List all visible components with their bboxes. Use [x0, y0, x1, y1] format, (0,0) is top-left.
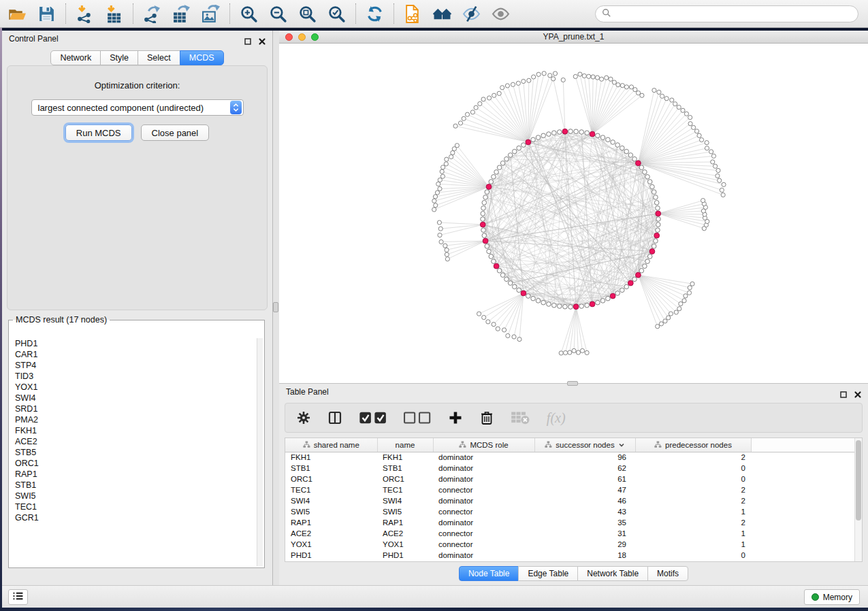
network-node — [497, 269, 502, 274]
tab-style[interactable]: Style — [100, 50, 138, 65]
table-row[interactable]: PHD1PHD1dominator180 — [285, 550, 862, 561]
table-row[interactable]: SWI5SWI5connector431 — [285, 506, 862, 517]
column-header-shared-name[interactable]: shared name — [285, 438, 377, 452]
network-node — [508, 281, 513, 286]
cell: 18 — [534, 550, 635, 561]
network-node — [483, 195, 488, 200]
leaf-node — [612, 80, 616, 84]
show-eye-icon[interactable] — [492, 5, 510, 23]
column-header-predecessor-nodes[interactable]: predecessor nodes — [635, 438, 751, 452]
vertical-splitter-handle[interactable] — [273, 302, 278, 312]
checked-pair-icon[interactable] — [359, 410, 387, 425]
close-panel-button[interactable]: Close panel — [141, 125, 210, 141]
table-row[interactable]: SWI4SWI4dominator462 — [285, 495, 862, 506]
run-mcds-button[interactable]: Run MCDS — [65, 125, 132, 141]
table-row[interactable]: RAP1RAP1dominator352 — [285, 517, 862, 528]
zoom-out-icon[interactable] — [269, 5, 287, 23]
trash-icon[interactable] — [479, 410, 494, 425]
tab-select[interactable]: Select — [138, 50, 180, 65]
mcds-list-scrollbar[interactable] — [257, 338, 263, 566]
share-doc-icon[interactable] — [404, 5, 422, 23]
mcds-result-item[interactable]: PHD1 — [10, 338, 256, 349]
zoom-selected-icon[interactable] — [327, 5, 346, 23]
float-icon[interactable] — [244, 35, 252, 43]
leaf-node — [438, 178, 442, 182]
houses-icon[interactable] — [433, 5, 451, 23]
mcds-result-item[interactable]: CAR1 — [10, 349, 256, 360]
network-node — [652, 244, 656, 249]
table-row[interactable]: YOX1YOX1connector291 — [285, 539, 862, 550]
cell-filler — [751, 506, 862, 517]
network-node — [517, 288, 521, 293]
unchecked-pair-icon[interactable] — [403, 410, 431, 425]
search-input[interactable] — [615, 10, 852, 19]
cell: ACE2 — [377, 528, 433, 539]
mcds-result-item[interactable]: RAP1 — [10, 469, 256, 480]
import-network-icon[interactable] — [76, 5, 94, 23]
column-header-name[interactable]: name — [377, 438, 433, 452]
zoom-in-icon[interactable] — [240, 5, 258, 23]
cell: SWI4 — [377, 495, 433, 506]
tab-motifs[interactable]: Motifs — [647, 566, 688, 581]
table-row[interactable]: TEC1TEC1connector472 — [285, 484, 862, 495]
network-window-titlebar: YPA_prune.txt_1 — [279, 31, 868, 44]
table-row[interactable]: ACE2ACE2connector311 — [285, 528, 862, 539]
table-row[interactable]: ORC1ORC1dominator610 — [285, 474, 862, 484]
mcds-result-item[interactable]: GCR1 — [10, 512, 256, 523]
export-table-icon[interactable] — [172, 5, 191, 23]
zoom-traffic-light[interactable] — [311, 33, 319, 41]
network-canvas[interactable] — [279, 44, 868, 383]
leaf-node — [659, 322, 663, 326]
tab-node-table[interactable]: Node Table — [459, 566, 519, 581]
network-node — [497, 165, 502, 170]
close-icon[interactable] — [854, 388, 862, 396]
mcds-result-item[interactable]: SWI5 — [10, 491, 256, 501]
zoom-fit-icon[interactable] — [298, 5, 317, 23]
tab-mcds[interactable]: MCDS — [180, 50, 224, 65]
table-row[interactable]: FKH1FKH1dominator962 — [285, 452, 862, 463]
criterion-select[interactable]: largest connected component (undirected) — [31, 99, 244, 116]
columns-icon[interactable] — [327, 410, 342, 425]
mcds-result-item[interactable]: ORC1 — [10, 458, 256, 469]
import-table-icon[interactable] — [105, 5, 123, 23]
mcds-result-item[interactable]: ACE2 — [10, 436, 256, 447]
close-icon[interactable] — [258, 35, 266, 43]
table-row[interactable]: STB1STB1dominator620 — [285, 463, 862, 474]
network-node — [504, 277, 509, 282]
gear-icon[interactable] — [296, 410, 311, 425]
mcds-result-item[interactable]: STB1 — [10, 480, 256, 491]
plus-icon[interactable] — [448, 410, 463, 425]
leaf-node — [561, 78, 565, 82]
mcds-result-item[interactable]: FKH1 — [10, 425, 256, 436]
mcds-result-item[interactable]: SWI4 — [10, 393, 256, 403]
cell-filler — [751, 539, 862, 550]
mcds-result-item[interactable]: TEC1 — [10, 501, 256, 512]
export-network-icon[interactable] — [143, 5, 161, 23]
leaf-node — [445, 252, 449, 257]
memory-button[interactable]: Memory — [804, 589, 860, 605]
float-icon[interactable] — [839, 388, 848, 396]
mcds-result-item[interactable]: STB5 — [10, 447, 256, 458]
mcds-result-item[interactable]: SRD1 — [10, 403, 256, 414]
close-traffic-light[interactable] — [285, 33, 293, 41]
column-header-successor-nodes[interactable]: successor nodes — [534, 438, 635, 452]
table-scrollbar[interactable] — [854, 438, 862, 561]
mcds-result-item[interactable]: STP4 — [10, 360, 256, 371]
mcds-result-item[interactable]: YOX1 — [10, 382, 256, 393]
tab-network-table[interactable]: Network Table — [577, 566, 648, 581]
open-icon[interactable] — [8, 5, 27, 23]
refresh-icon[interactable] — [366, 5, 384, 23]
tab-edge-table[interactable]: Edge Table — [518, 566, 578, 581]
hide-eye-icon[interactable] — [462, 5, 481, 23]
network-node — [624, 149, 629, 154]
save-icon[interactable] — [37, 5, 56, 23]
column-header-MCDS-role[interactable]: MCDS role — [433, 438, 534, 452]
mcds-result-item[interactable]: PMA2 — [10, 414, 256, 425]
task-history-button[interactable] — [8, 589, 28, 605]
tab-network[interactable]: Network — [50, 50, 101, 65]
mcds-result-item[interactable]: TID3 — [10, 371, 256, 382]
minimize-traffic-light[interactable] — [298, 33, 306, 41]
vertical-splitter[interactable] — [273, 31, 279, 585]
table-scrollbar-thumb[interactable] — [856, 440, 861, 521]
export-image-icon[interactable] — [202, 5, 220, 23]
